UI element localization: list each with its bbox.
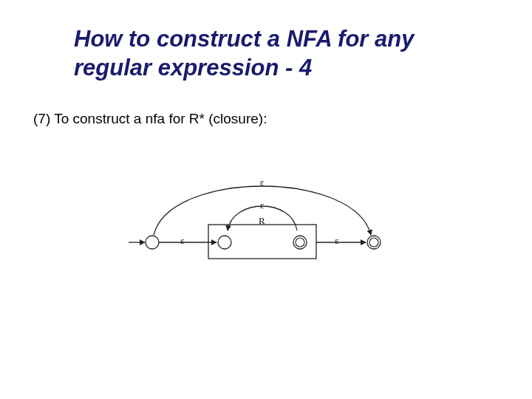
slide-title: How to construct a NFA for any regular e… — [74, 25, 458, 83]
body-text: (7) To construct a nfa for R* (closure): — [33, 111, 267, 127]
label-eps-right: ε — [335, 235, 338, 247]
state-start — [146, 236, 159, 249]
label-eps-left: ε — [180, 235, 184, 247]
nfa-diagram: R ε ε ε ε — [111, 174, 421, 285]
label-r: R — [259, 215, 265, 227]
label-eps-top-inner: ε — [260, 200, 264, 211]
state-r-start — [218, 236, 231, 249]
label-eps-top-outer: ε — [260, 177, 264, 188]
nfa-svg — [111, 174, 421, 285]
